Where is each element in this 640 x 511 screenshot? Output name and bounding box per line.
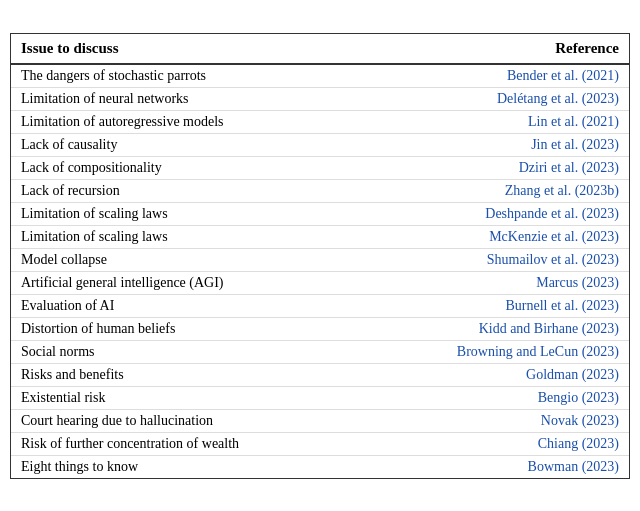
reference-cell: Bengio (2023) (361, 386, 629, 409)
main-table-container: Issue to discuss Reference The dangers o… (10, 33, 630, 479)
header-reference: Reference (361, 34, 629, 64)
reference-cell: Dziri et al. (2023) (361, 156, 629, 179)
table-row: Court hearing due to hallucinationNovak … (11, 409, 629, 432)
reference-cell: Kidd and Birhane (2023) (361, 317, 629, 340)
issue-cell: Distortion of human beliefs (11, 317, 361, 340)
reference-cell: Delétang et al. (2023) (361, 87, 629, 110)
reference-cell: Chiang (2023) (361, 432, 629, 455)
table-row: Lack of compositionalityDziri et al. (20… (11, 156, 629, 179)
reference-cell: McKenzie et al. (2023) (361, 225, 629, 248)
issue-cell: Lack of compositionality (11, 156, 361, 179)
table-row: Existential riskBengio (2023) (11, 386, 629, 409)
issue-cell: Artificial general intelligence (AGI) (11, 271, 361, 294)
table-row: Distortion of human beliefsKidd and Birh… (11, 317, 629, 340)
issue-cell: Lack of causality (11, 133, 361, 156)
reference-cell: Zhang et al. (2023b) (361, 179, 629, 202)
table-row: Artificial general intelligence (AGI)Mar… (11, 271, 629, 294)
reference-cell: Jin et al. (2023) (361, 133, 629, 156)
issue-cell: Court hearing due to hallucination (11, 409, 361, 432)
issue-cell: Limitation of autoregressive models (11, 110, 361, 133)
issue-cell: Limitation of scaling laws (11, 202, 361, 225)
table-row: Risk of further concentration of wealthC… (11, 432, 629, 455)
table-header-row: Issue to discuss Reference (11, 34, 629, 64)
table-row: Limitation of neural networksDelétang et… (11, 87, 629, 110)
issue-cell: Existential risk (11, 386, 361, 409)
reference-cell: Goldman (2023) (361, 363, 629, 386)
table-row: Limitation of scaling lawsDeshpande et a… (11, 202, 629, 225)
table-row: Lack of causalityJin et al. (2023) (11, 133, 629, 156)
reference-cell: Marcus (2023) (361, 271, 629, 294)
table-row: Limitation of autoregressive modelsLin e… (11, 110, 629, 133)
issue-cell: Risk of further concentration of wealth (11, 432, 361, 455)
issue-cell: Eight things to know (11, 455, 361, 478)
table-row: Model collapseShumailov et al. (2023) (11, 248, 629, 271)
table-row: Risks and benefitsGoldman (2023) (11, 363, 629, 386)
reference-cell: Shumailov et al. (2023) (361, 248, 629, 271)
issue-cell: Limitation of scaling laws (11, 225, 361, 248)
reference-cell: Browning and LeCun (2023) (361, 340, 629, 363)
issue-cell: Limitation of neural networks (11, 87, 361, 110)
table-row: The dangers of stochastic parrotsBender … (11, 64, 629, 88)
issue-cell: Social norms (11, 340, 361, 363)
table-row: Social normsBrowning and LeCun (2023) (11, 340, 629, 363)
issue-cell: Lack of recursion (11, 179, 361, 202)
reference-cell: Deshpande et al. (2023) (361, 202, 629, 225)
reference-cell: Lin et al. (2021) (361, 110, 629, 133)
reference-cell: Burnell et al. (2023) (361, 294, 629, 317)
table-row: Eight things to knowBowman (2023) (11, 455, 629, 478)
issues-table: Issue to discuss Reference The dangers o… (11, 34, 629, 478)
reference-cell: Novak (2023) (361, 409, 629, 432)
table-row: Limitation of scaling lawsMcKenzie et al… (11, 225, 629, 248)
table-row: Lack of recursionZhang et al. (2023b) (11, 179, 629, 202)
table-row: Evaluation of AIBurnell et al. (2023) (11, 294, 629, 317)
reference-cell: Bender et al. (2021) (361, 64, 629, 88)
reference-cell: Bowman (2023) (361, 455, 629, 478)
issue-cell: Evaluation of AI (11, 294, 361, 317)
issue-cell: Risks and benefits (11, 363, 361, 386)
issue-cell: The dangers of stochastic parrots (11, 64, 361, 88)
header-issue: Issue to discuss (11, 34, 361, 64)
issue-cell: Model collapse (11, 248, 361, 271)
